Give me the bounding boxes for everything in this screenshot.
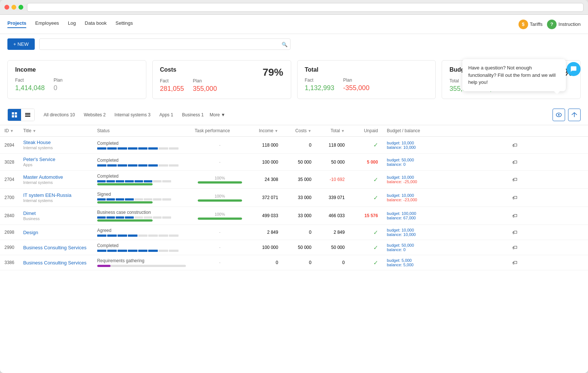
th-title[interactable]: Title ▼ [19,125,93,137]
project-link[interactable]: Design [23,230,88,235]
close-btn[interactable] [4,5,9,10]
row-tag[interactable]: 🏷 [442,207,588,225]
project-link[interactable]: Business Consulting Services [23,245,88,250]
tag-icon[interactable]: 🏷 [512,177,517,182]
row-tag[interactable]: 🏷 [442,255,588,270]
income-fact: Fact 1,414,048 [15,78,45,92]
row-total: 0 [316,255,349,270]
share-button[interactable] [568,109,581,121]
project-link[interactable]: Dimet [23,211,88,216]
th-id[interactable]: ID ▼ [0,125,19,137]
tariffs-button[interactable]: $ Tariffs [519,20,543,29]
status-text: Completed [97,141,186,146]
row-tag[interactable]: 🏷 [442,154,588,171]
filter-apps[interactable]: Apps 1 [156,111,176,119]
budget-value: budget: 100,000 [387,211,437,216]
chat-button[interactable] [567,62,581,76]
row-task: - [190,154,249,171]
row-total: 339 071 [316,189,349,207]
nav-databook[interactable]: Data book [85,20,106,28]
row-id: 2698 [0,225,19,240]
th-unpaid: Unpaid [349,125,383,137]
nav-log[interactable]: Log [68,20,76,28]
th-status: Status [93,125,190,137]
tag-icon[interactable]: 🏷 [512,142,517,148]
row-tag[interactable]: 🏷 [442,240,588,255]
table-row: 2694 Steak House Internal systems Comple… [0,137,588,154]
eye-button[interactable] [553,109,565,121]
total-card: Total Fact 1,132,993 Plan -355,000 [297,60,436,99]
nav-links: Projects Employees Log Data book Setting… [7,20,519,28]
row-total: 2 849 [316,225,349,240]
project-category: Business [23,216,40,221]
row-status: Completed [93,154,190,171]
project-link[interactable]: Steak House [23,140,88,145]
title-bar [0,0,588,15]
project-link[interactable]: IT system EEN-Russia [23,192,88,198]
instruction-button[interactable]: ? Instruction [547,20,581,29]
tag-icon[interactable]: 🏷 [512,260,517,266]
costs-values: Fact 281,055 Plan 355,000 [160,78,283,93]
app-window: Projects Employees Log Data book Setting… [0,0,588,373]
row-tag[interactable]: 🏷 [442,225,588,240]
th-costs[interactable]: Costs ▼ [283,125,316,137]
table-row: 3028 Peter's Service Apps Completed - 10… [0,154,588,171]
minimize-btn[interactable] [11,5,16,10]
costs-plan-label: Plan [193,78,217,83]
tag-icon[interactable]: 🏷 [512,159,517,165]
th-income[interactable]: Income ▼ [249,125,283,137]
project-link[interactable]: Peter's Service [23,157,88,162]
project-category: Internal systems [23,146,53,150]
row-tag[interactable]: 🏷 [442,171,588,189]
maximize-btn[interactable] [18,5,23,10]
balance-value: balance: -25,000 [387,179,437,184]
tag-icon[interactable]: 🏷 [512,213,517,219]
row-tag[interactable]: 🏷 [442,189,588,207]
svg-rect-4 [25,113,30,114]
balance-value: balance: 0 [387,247,437,252]
project-link[interactable]: Business Consulting Services [23,260,88,266]
row-title: Business Consulting Services [19,240,93,255]
tag-icon[interactable]: 🏷 [512,195,517,201]
status-text: Agreed [97,228,186,233]
filter-bar: All directions 10 Websites 2 Internal sy… [0,105,588,125]
filter-websites[interactable]: Websites 2 [81,111,109,119]
view-grid-button[interactable] [8,109,21,121]
new-button[interactable]: + NEW [7,38,35,50]
th-actions [442,125,588,137]
income-title: Income [15,66,139,73]
row-costs: 0 [283,225,316,240]
filter-business[interactable]: Business 1 [179,111,207,119]
total-title: Total [305,66,428,73]
nav-projects[interactable]: Projects [7,20,26,28]
filter-internal[interactable]: Internal systems 3 [112,111,153,119]
row-unpaid: ✓ [349,171,383,189]
row-task: 100% [190,171,249,189]
nav-employees[interactable]: Employees [35,20,59,28]
search-input[interactable] [39,38,290,50]
project-link[interactable]: Master Automotive [23,174,88,180]
row-unpaid: ✓ [349,225,383,240]
row-status: Business case construction [93,207,190,225]
row-title: Business Consulting Services [19,255,93,270]
balance-value: balance: 5,000 [387,263,437,267]
tag-icon[interactable]: 🏷 [512,244,517,250]
more-button[interactable]: More ▼ [210,112,225,117]
svg-rect-6 [25,116,30,117]
row-tag[interactable]: 🏷 [442,137,588,154]
tag-icon[interactable]: 🏷 [512,229,517,235]
svg-rect-5 [25,114,30,115]
budget-value: budget: 10,000 [387,175,437,179]
row-costs: 0 [283,137,316,154]
nav-bar: Projects Employees Log Data book Setting… [0,15,588,34]
address-bar[interactable] [27,3,584,12]
help-text: Have a question? Not enough functionalit… [468,65,555,85]
nav-settings[interactable]: Settings [116,20,133,28]
th-total[interactable]: Total ▼ [316,125,349,137]
view-list-button[interactable] [21,109,34,121]
costs-card: Costs 79% Fact 281,055 Plan 355,000 [152,60,291,99]
total-fact-value: 1,132,993 [305,84,334,92]
row-unpaid: ✓ [349,240,383,255]
filter-all[interactable]: All directions 10 [41,111,78,119]
budget-value: budget: 10,000 [387,228,437,232]
